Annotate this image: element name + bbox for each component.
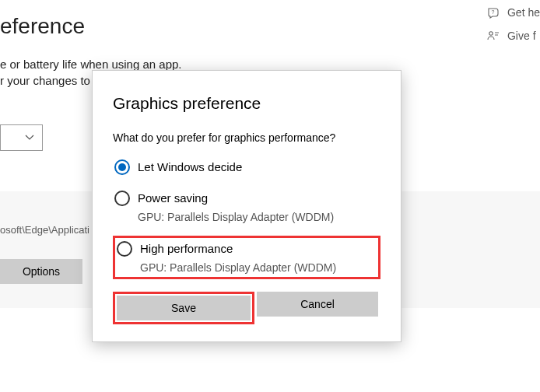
save-highlight: Save bbox=[113, 292, 254, 324]
get-help-label: Get he bbox=[507, 6, 540, 19]
radio-high-performance[interactable]: High performance GPU: Parallels Display … bbox=[113, 236, 380, 279]
page-desc-line1: e or battery life when using an app. bbox=[0, 58, 540, 71]
options-button[interactable]: Options bbox=[0, 259, 82, 284]
save-button[interactable]: Save bbox=[117, 296, 251, 320]
radio-icon bbox=[114, 191, 130, 206]
svg-text:?: ? bbox=[492, 9, 495, 15]
graphics-preference-dialog: Graphics preference What do you prefer f… bbox=[92, 70, 401, 342]
radio-sublabel: GPU: Parallels Display Adapter (WDDM) bbox=[138, 211, 334, 223]
radio-label: Power saving bbox=[138, 191, 334, 206]
radio-let-windows-decide[interactable]: Let Windows decide bbox=[113, 156, 380, 178]
right-links: ? Get he Give f bbox=[487, 6, 540, 53]
chevron-down-icon bbox=[25, 135, 34, 141]
radio-power-saving[interactable]: Power saving GPU: Parallels Display Adap… bbox=[113, 187, 380, 226]
give-feedback-label: Give f bbox=[507, 30, 536, 42]
dialog-subtitle: What do you prefer for graphics performa… bbox=[113, 131, 380, 144]
give-feedback-link[interactable]: Give f bbox=[487, 30, 540, 42]
radio-sublabel: GPU: Parallels Display Adapter (WDDM) bbox=[140, 261, 336, 274]
radio-label: Let Windows decide bbox=[138, 159, 242, 175]
get-help-link[interactable]: ? Get he bbox=[487, 6, 540, 19]
dialog-title: Graphics preference bbox=[113, 94, 380, 113]
cancel-button[interactable]: Cancel bbox=[257, 292, 378, 317]
app-type-dropdown[interactable] bbox=[0, 124, 43, 151]
feedback-icon bbox=[487, 30, 500, 42]
radio-icon bbox=[117, 241, 132, 257]
help-icon: ? bbox=[487, 6, 500, 19]
radio-label: High performance bbox=[140, 241, 336, 257]
page-title: eference bbox=[0, 14, 540, 39]
radio-icon bbox=[114, 159, 130, 175]
dialog-button-row: Save Cancel bbox=[113, 292, 380, 324]
svg-point-1 bbox=[489, 32, 493, 35]
